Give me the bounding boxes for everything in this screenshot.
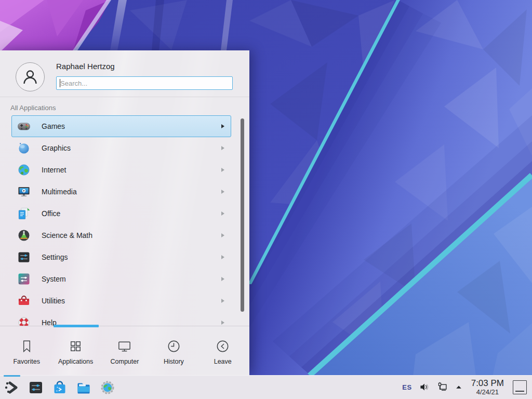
category-label: System [42, 275, 221, 283]
desktop: Raphael Hertzog All Applications Games G… [0, 0, 532, 399]
submenu-arrow-icon [221, 277, 224, 281]
expand-caret-icon [455, 383, 462, 391]
taskbar: ES 7:03 PM 4/24/21 [0, 375, 532, 399]
taskbar-launcher-discover[interactable] [51, 379, 68, 396]
application-launcher-menu: Raphael Hertzog All Applications Games G… [0, 50, 249, 375]
category-label: Settings [42, 253, 221, 261]
internet-icon [17, 163, 31, 177]
tab-computer[interactable]: Computer [101, 336, 148, 365]
submenu-arrow-icon [221, 321, 224, 325]
dolphin-icon [75, 379, 92, 396]
system-icon [17, 272, 31, 286]
tab-label: Leave [214, 358, 232, 365]
tab-history[interactable]: History [150, 336, 197, 365]
show-desktop-button[interactable] [513, 380, 527, 394]
graphics-icon [17, 141, 31, 155]
category-label: Graphics [42, 144, 221, 152]
leave-icon [215, 338, 231, 354]
category-item-utilities[interactable]: Utilities [11, 290, 231, 312]
tray-network-button[interactable] [437, 381, 448, 393]
search-box [56, 76, 233, 90]
submenu-arrow-icon [221, 124, 224, 128]
settings-icon [17, 250, 31, 264]
category-item-system[interactable]: System [11, 268, 231, 290]
taskbar-launchers [0, 379, 116, 396]
taskbar-launcher-browser[interactable] [99, 379, 116, 396]
games-icon [17, 119, 31, 134]
keyboard-layout-indicator[interactable]: ES [402, 383, 411, 391]
history-icon [166, 338, 182, 354]
submenu-arrow-icon [221, 255, 224, 259]
category-item-science[interactable]: Science & Math [11, 224, 231, 246]
multimedia-icon [17, 184, 31, 199]
systemsettings-icon [28, 379, 44, 396]
category-label: Multimedia [42, 188, 221, 196]
utilities-icon [17, 294, 31, 308]
category-item-settings[interactable]: Settings [11, 246, 231, 268]
tab-favorites[interactable]: Favorites [3, 336, 50, 365]
tab-leave[interactable]: Leave [200, 336, 246, 365]
taskbar-launcher-dolphin[interactable] [75, 379, 92, 396]
help-icon [17, 315, 31, 326]
active-tab-indicator [54, 325, 99, 327]
digital-clock[interactable]: 7:03 PM 4/24/21 [471, 379, 504, 395]
category-label: Office [42, 209, 221, 218]
search-input[interactable] [56, 76, 233, 90]
category-item-office[interactable]: Office [11, 203, 231, 224]
category-list: Games Graphics Internet Multimedia Offic… [0, 115, 249, 326]
tab-label: Applications [58, 358, 93, 365]
applications-icon [68, 338, 84, 354]
taskbar-launcher-systemsettings[interactable] [28, 379, 44, 396]
taskbar-launcher-kickoff[interactable] [4, 379, 20, 396]
kickoff-icon [4, 379, 20, 396]
discover-icon [51, 379, 68, 396]
text-cursor [60, 79, 60, 87]
user-avatar[interactable] [16, 62, 45, 91]
user-name: Raphael Hertzog [56, 62, 115, 71]
category-label: Science & Math [42, 231, 221, 240]
launcher-tab-bar: Favorites Applications Computer History … [0, 326, 249, 375]
category-item-internet[interactable]: Internet [11, 159, 231, 181]
category-label: Games [42, 122, 221, 130]
category-item-games[interactable]: Games [11, 115, 231, 137]
tab-applications[interactable]: Applications [52, 336, 99, 365]
tray-expand-button[interactable] [455, 383, 462, 391]
category-label: Utilities [42, 297, 221, 305]
tab-label: Favorites [13, 358, 39, 365]
system-tray: ES 7:03 PM 4/24/21 [402, 379, 532, 395]
clock-date: 4/24/21 [476, 389, 499, 396]
clock-time: 7:03 PM [471, 379, 504, 388]
tab-label: Computer [111, 358, 139, 365]
submenu-arrow-icon [221, 233, 224, 237]
submenu-arrow-icon [221, 299, 224, 303]
tab-label: History [164, 358, 184, 365]
science-icon [17, 228, 31, 243]
submenu-arrow-icon [221, 168, 224, 172]
office-icon [17, 206, 31, 221]
category-item-help[interactable]: Help [11, 312, 231, 326]
scrollbar[interactable] [241, 118, 244, 312]
active-task-indicator [4, 375, 20, 377]
network-icon [437, 381, 448, 393]
tray-icons [419, 381, 448, 393]
submenu-arrow-icon [221, 211, 224, 216]
favorites-icon [19, 338, 35, 354]
computer-icon [116, 338, 132, 354]
category-label: Internet [42, 166, 221, 174]
tray-volume-button[interactable] [419, 381, 430, 393]
volume-icon [419, 381, 430, 393]
browser-icon [99, 379, 116, 396]
submenu-arrow-icon [221, 146, 224, 150]
category-item-graphics[interactable]: Graphics [11, 137, 231, 159]
launcher-header: Raphael Hertzog [0, 50, 249, 97]
category-item-multimedia[interactable]: Multimedia [11, 181, 231, 203]
section-label: All Applications [10, 104, 56, 112]
submenu-arrow-icon [221, 190, 224, 194]
user-avatar-icon [20, 66, 41, 87]
